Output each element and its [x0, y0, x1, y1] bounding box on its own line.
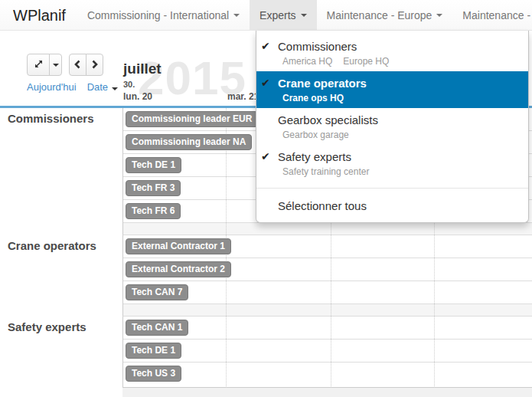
app-brand[interactable]: WPlanif: [0, 0, 77, 30]
navbar-menu-item[interactable]: Commissioning - International: [77, 0, 250, 30]
site-label: Gearbox garage: [282, 130, 349, 140]
resource-group: Safety experts Tech CAN 1 Tech DE 1 Tech…: [0, 317, 532, 388]
dropdown-item-sites: America HQEurope HQ: [282, 56, 521, 67]
resource-group: Crane operators External Contractor 1 Ex…: [0, 235, 532, 304]
schedule-row[interactable]: Tech US 3: [123, 363, 532, 388]
chevron-right-icon: [90, 58, 99, 72]
dropdown-item-label: Safety experts: [278, 149, 351, 164]
grid-footer-strip: [0, 388, 532, 397]
resource-badge[interactable]: Tech CAN 1: [126, 320, 188, 336]
dropdown-item-label: Commissioners: [278, 39, 357, 54]
dropdown-item-sites: Safety training center: [282, 166, 521, 177]
resource-badge[interactable]: Tech DE 1: [126, 343, 181, 359]
resize-view-button[interactable]: [27, 54, 50, 76]
day-header: mar. 21: [227, 91, 259, 102]
week-number: 30.: [123, 80, 135, 89]
resource-badge[interactable]: Commissioning leader EUR: [126, 111, 258, 127]
check-icon: ✔: [261, 76, 278, 90]
group-label: Safety experts: [0, 317, 122, 388]
navbar: WPlanif Commissioning - International Ex…: [0, 0, 532, 31]
check-icon: ✔: [261, 149, 278, 164]
view-options-button[interactable]: [49, 54, 62, 76]
schedule-row[interactable]: External Contractor 1: [123, 235, 532, 258]
view-button-group: [27, 54, 62, 76]
schedule-row[interactable]: External Contractor 2: [123, 258, 532, 281]
resource-badge[interactable]: Commissioning leader NA: [126, 134, 252, 150]
app-window: 2015 juillet 30. lun. 20mar. 21: [0, 0, 532, 397]
navbar-menu-item-label: Commissioning - International: [87, 0, 229, 31]
caret-down-icon: [112, 87, 118, 90]
resource-badge[interactable]: Tech CAN 7: [126, 284, 188, 300]
navbar-menu-item[interactable]: Maintenance -: [452, 0, 532, 30]
schedule-row[interactable]: Tech CAN 7: [123, 281, 532, 304]
date-menu-link[interactable]: Date: [87, 81, 118, 93]
resize-diagonal-icon: [34, 58, 44, 72]
dropdown-item-sites: Gearbox garage: [282, 130, 521, 140]
group-spacer: [0, 223, 532, 235]
calendar-month-title: juillet: [123, 61, 162, 77]
resource-badge[interactable]: Tech US 3: [126, 366, 181, 382]
today-link[interactable]: Aujourd'hui: [27, 81, 77, 93]
group-label: Commissioners: [0, 108, 122, 223]
caret-down-icon: [436, 14, 442, 17]
dropdown-menu-item[interactable]: ✔ Safety experts Safety training center: [256, 145, 528, 182]
resource-badge[interactable]: Tech FR 6: [126, 203, 181, 219]
schedule-row[interactable]: Tech DE 1: [123, 340, 532, 363]
toolbar-links: Aujourd'huiDate: [27, 81, 118, 93]
previous-button[interactable]: [69, 54, 86, 76]
select-all-menu-item[interactable]: Sélectionner tous: [256, 195, 528, 218]
dropdown-item-label: Crane operators: [278, 76, 367, 90]
navbar-menu-item-label: Experts: [259, 0, 295, 31]
resource-badge[interactable]: Tech DE 1: [126, 157, 181, 173]
caret-down-icon: [301, 14, 307, 17]
schedule-row[interactable]: Tech CAN 1: [123, 317, 532, 340]
group-label: Crane operators: [0, 235, 122, 304]
dropdown-menu-item[interactable]: ✔ Gearbox specialists Gearbox garage: [256, 108, 528, 145]
chevron-left-icon: [73, 58, 82, 72]
day-header: lun. 20: [123, 91, 152, 102]
dropdown-menu-item[interactable]: ✔ Commissioners America HQEurope HQ: [256, 34, 528, 71]
dropdown-item-label: Gearbox specialists: [278, 113, 378, 127]
experts-dropdown-menu: ✔ Commissioners America HQEurope HQ ✔ Cr…: [256, 31, 529, 223]
resource-badge[interactable]: Tech FR 3: [126, 180, 181, 196]
navbar-menu-item-label: Maintenance -: [462, 0, 530, 31]
menu-divider: [256, 188, 528, 189]
dropdown-item-sites: Crane ops HQ: [282, 93, 521, 103]
navbar-items: Commissioning - International Experts Ma…: [77, 0, 532, 30]
site-label: Safety training center: [282, 166, 369, 177]
resource-badge[interactable]: External Contractor 2: [126, 261, 231, 277]
check-icon: ✔: [261, 39, 278, 54]
navbar-menu-item[interactable]: Maintenance - Europe: [317, 0, 453, 30]
dropdown-menu-item[interactable]: ✔ Crane operators Crane ops HQ: [256, 71, 528, 108]
resource-badge[interactable]: External Contractor 1: [126, 238, 231, 254]
caret-down-icon: [53, 64, 59, 67]
site-label: America HQ: [282, 56, 332, 67]
site-label: Crane ops HQ: [282, 93, 344, 103]
date-nav-button-group: [69, 54, 103, 76]
group-spacer: [0, 304, 532, 317]
site-label: Europe HQ: [343, 56, 389, 67]
caret-down-icon: [233, 14, 240, 17]
navbar-menu-item-label: Maintenance - Europe: [327, 0, 432, 31]
navbar-menu-item[interactable]: Experts: [250, 0, 316, 30]
next-button[interactable]: [86, 54, 103, 76]
